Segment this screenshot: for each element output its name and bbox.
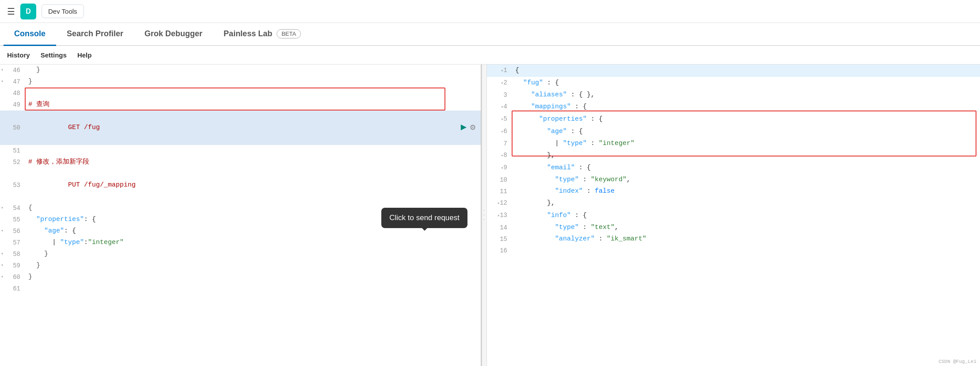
out-num-8: ▾8	[487, 149, 512, 162]
tab-grok-debugger[interactable]: Grok Debugger	[134, 23, 213, 46]
out-num-11: 11	[487, 186, 512, 197]
nav-history[interactable]: History	[7, 51, 30, 59]
hamburger-icon[interactable]: ☰	[7, 6, 15, 17]
line-content-57: | "type":"integer"	[25, 237, 481, 248]
line-num-52: 52	[0, 156, 25, 168]
tab-search-profiler[interactable]: Search Profiler	[56, 23, 134, 46]
out-num-3: 3	[487, 89, 512, 101]
editor-lines: ▾46 } ▾47 } 48 49 # 查询	[0, 65, 481, 294]
send-request-tooltip: Click to send request	[381, 208, 467, 228]
line-num-50: 50	[0, 122, 25, 133]
out-num-4: ▾4	[487, 101, 512, 113]
editor-line-48: 48	[0, 88, 481, 99]
output-lines: ▾1 { ▾2 "fug" : { 3 "aliases" : { }, ▾4	[487, 65, 980, 256]
out-num-16: 16	[487, 245, 512, 256]
out-num-10: 10	[487, 174, 512, 186]
line-content-58: }	[25, 248, 481, 260]
line-actions: ▶ ⚙	[461, 122, 475, 133]
output-line-10: 10 "type" : "keyword",	[487, 174, 980, 186]
line-content-59: }	[25, 260, 481, 271]
dev-tools-button[interactable]: Dev Tools	[42, 4, 84, 18]
out-content-9: "email" : {	[512, 162, 980, 174]
editor-line-49: 49 # 查询	[0, 99, 481, 111]
out-content-10: "type" : "keyword",	[512, 174, 980, 186]
out-num-9: ▾9	[487, 162, 512, 174]
out-num-13: ▾13	[487, 210, 512, 222]
line-content-52: # 修改，添加新字段	[25, 156, 481, 168]
output-line-8: ▾8 },	[487, 149, 980, 162]
output-line-2: ▾2 "fug" : {	[487, 77, 980, 89]
out-num-15: 15	[487, 233, 512, 245]
divider-dots-icon: · · ·	[481, 210, 487, 221]
avatar: D	[20, 4, 36, 19]
line-content-53: PUT /fug/_mapping	[25, 168, 481, 202]
line-num-54: ▾54	[0, 202, 25, 214]
output-line-12: ▾12 },	[487, 197, 980, 210]
out-num-2: ▾2	[487, 77, 512, 89]
out-content-6: "age" : {	[512, 126, 980, 137]
line-content-47: }	[25, 76, 481, 88]
out-num-6: ▾6	[487, 126, 512, 138]
editor-line-51: 51	[0, 145, 481, 156]
watermark: CSDN @Fug_Lei	[938, 359, 976, 364]
output-line-4: ▾4 "mappings" : {	[487, 101, 980, 113]
out-content-5: "properties" : {	[512, 114, 980, 125]
line-content-49: # 查询	[25, 99, 481, 111]
line-num-47: ▾47	[0, 76, 25, 88]
out-num-5: ▾5	[487, 113, 512, 126]
line-content-60: }	[25, 271, 481, 283]
tabs-bar: Console Search Profiler Grok Debugger Pa…	[0, 23, 980, 46]
output-line-11: 11 "index" : false	[487, 186, 980, 197]
editor-line-53: 53 PUT /fug/_mapping	[0, 168, 481, 202]
line-num-46: ▾46	[0, 65, 25, 76]
output-line-5: ▾5 "properties" : {	[487, 113, 980, 126]
nav-settings[interactable]: Settings	[41, 51, 67, 59]
editor-panel[interactable]: ▾46 } ▾47 } 48 49 # 查询	[0, 65, 482, 366]
output-line-15: 15 "analyzer" : "ik_smart"	[487, 233, 980, 245]
wrench-button[interactable]: ⚙	[470, 122, 475, 133]
line-num-51: 51	[0, 145, 25, 156]
out-content-2: "fug" : {	[512, 77, 980, 89]
out-content-7: | "type" : "integer"	[512, 138, 980, 149]
out-content-13: "info" : {	[512, 210, 980, 221]
line-num-55: 55	[0, 214, 25, 225]
line-num-56: ▾56	[0, 225, 25, 237]
secondary-nav: History Settings Help	[0, 46, 980, 65]
beta-badge: BETA	[277, 29, 301, 38]
line-content-46: }	[25, 65, 481, 76]
out-content-15: "analyzer" : "ik_smart"	[512, 233, 980, 245]
editor-line-61: 61	[0, 283, 481, 294]
top-bar: ☰ D Dev Tools	[0, 0, 980, 23]
out-num-7: 7	[487, 138, 512, 149]
line-num-48: 48	[0, 88, 25, 99]
editor-line-50[interactable]: 50 GET /fug Click to send request ▶ ⚙	[0, 111, 481, 145]
output-line-14: 14 "type" : "text",	[487, 222, 980, 233]
main-area: ▾46 } ▾47 } 48 49 # 查询	[0, 65, 980, 366]
nav-help[interactable]: Help	[77, 51, 92, 59]
out-num-14: 14	[487, 222, 512, 233]
tab-console[interactable]: Console	[4, 23, 56, 46]
line-num-61: 61	[0, 283, 25, 294]
panel-divider[interactable]: · · ·	[482, 65, 487, 366]
run-button[interactable]: ▶	[461, 122, 467, 133]
line-num-49: 49	[0, 99, 25, 111]
line-num-53: 53	[0, 179, 25, 191]
line-num-59: ▾59	[0, 260, 25, 271]
out-content-4: "mappings" : {	[512, 101, 980, 113]
output-line-16: 16	[487, 245, 980, 256]
out-content-11: "index" : false	[512, 186, 980, 197]
editor-line-57: 57 | "type":"integer"	[0, 237, 481, 248]
tab-painless-lab[interactable]: Painless Lab BETA	[213, 23, 311, 46]
output-line-1: ▾1 {	[487, 65, 980, 77]
output-line-7: 7 | "type" : "integer"	[487, 138, 980, 149]
out-content-14: "type" : "text",	[512, 222, 980, 233]
output-line-3: 3 "aliases" : { },	[487, 89, 980, 101]
output-line-9: ▾9 "email" : {	[487, 162, 980, 174]
editor-line-60: ▾60 }	[0, 271, 481, 283]
editor-line-58: ▾58 }	[0, 248, 481, 260]
editor-line-46: ▾46 }	[0, 65, 481, 76]
out-num-12: ▾12	[487, 197, 512, 210]
out-content-1: {	[512, 65, 980, 76]
line-content-50: GET /fug	[25, 111, 481, 145]
output-line-6: ▾6 "age" : {	[487, 126, 980, 138]
